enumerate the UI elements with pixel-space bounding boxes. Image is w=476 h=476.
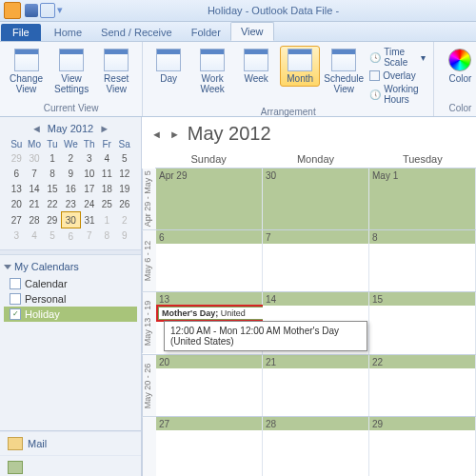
- prev-month-icon[interactable]: ◄: [31, 123, 42, 134]
- tab-folder[interactable]: Folder: [182, 24, 230, 41]
- prev-period-icon[interactable]: ◄: [151, 129, 162, 140]
- work-week-button[interactable]: WorkWeek: [192, 46, 232, 97]
- mini-day[interactable]: 21: [26, 196, 44, 212]
- mini-day[interactable]: 24: [80, 196, 98, 212]
- tab-file[interactable]: File: [1, 24, 41, 41]
- day-cell[interactable]: 13Mother's Day; United12:00 AM - Mon 12:…: [156, 292, 263, 353]
- week-label[interactable]: [142, 417, 156, 476]
- undo-icon[interactable]: [40, 3, 55, 18]
- mini-day[interactable]: 19: [115, 181, 133, 196]
- mini-day[interactable]: 6: [61, 228, 80, 245]
- day-cell[interactable]: 8: [369, 230, 476, 291]
- mini-day[interactable]: 14: [26, 181, 44, 196]
- day-cell[interactable]: May 1: [369, 169, 476, 229]
- checkbox-icon[interactable]: ✓: [10, 308, 21, 320]
- mini-day[interactable]: 11: [98, 166, 115, 181]
- week-label[interactable]: Apr 29 - May 5: [142, 169, 156, 229]
- day-cell[interactable]: 30: [263, 169, 369, 229]
- mini-day[interactable]: 6: [8, 166, 26, 181]
- month-button[interactable]: Month: [280, 46, 320, 87]
- mini-day[interactable]: 7: [26, 166, 44, 181]
- mini-day[interactable]: 29: [44, 212, 62, 228]
- mini-day[interactable]: 3: [8, 228, 26, 245]
- day-cell[interactable]: 21: [263, 355, 369, 416]
- mini-day[interactable]: 4: [98, 150, 115, 166]
- mini-calendar[interactable]: SuMoTuWeThFrSa29301234567891011121314151…: [8, 138, 133, 244]
- mini-day[interactable]: 15: [44, 181, 62, 196]
- tab-home[interactable]: Home: [45, 24, 91, 41]
- mini-day[interactable]: 31: [80, 212, 98, 228]
- qat-dropdown-icon[interactable]: ▾: [57, 4, 70, 17]
- mini-day[interactable]: 8: [98, 228, 115, 245]
- mini-day[interactable]: 4: [26, 228, 44, 245]
- mini-day[interactable]: 27: [8, 212, 26, 228]
- next-month-icon[interactable]: ►: [99, 123, 109, 134]
- calendar-item-personal[interactable]: Personal: [4, 291, 137, 307]
- mini-day[interactable]: 1: [44, 150, 62, 166]
- day-cell[interactable]: 20: [156, 355, 263, 416]
- color-wheel-icon: [448, 49, 471, 71]
- day-number: 29: [372, 419, 383, 429]
- save-icon[interactable]: [25, 4, 38, 17]
- mini-day[interactable]: 13: [8, 181, 26, 196]
- mini-day[interactable]: 30: [26, 150, 44, 166]
- working-hours-button[interactable]: 🕔Working Hours: [367, 83, 427, 106]
- mini-month-label[interactable]: May 2012: [48, 123, 93, 134]
- day-cell[interactable]: 6: [156, 230, 263, 291]
- mini-day[interactable]: 1: [98, 212, 115, 228]
- mini-day[interactable]: 28: [26, 212, 44, 228]
- day-cell[interactable]: 27: [156, 417, 263, 476]
- day-cell[interactable]: 22: [369, 355, 476, 416]
- day-cell[interactable]: Apr 29: [156, 169, 263, 229]
- next-period-icon[interactable]: ►: [169, 129, 180, 140]
- nav-calendar[interactable]: [0, 455, 141, 476]
- mini-day[interactable]: 26: [115, 196, 133, 212]
- mini-day[interactable]: 22: [44, 196, 62, 212]
- mini-day[interactable]: 29: [8, 150, 26, 166]
- mini-day[interactable]: 25: [98, 196, 115, 212]
- tab-view[interactable]: View: [230, 22, 274, 41]
- day-cell[interactable]: 28: [263, 417, 369, 476]
- week-button[interactable]: Week: [236, 46, 276, 87]
- mini-day[interactable]: 16: [61, 181, 80, 196]
- day-cell[interactable]: 29: [369, 417, 476, 476]
- mini-day[interactable]: 8: [44, 166, 62, 181]
- week-label[interactable]: May 13 - 19: [142, 292, 156, 353]
- checkbox-icon[interactable]: [10, 293, 21, 305]
- mini-day[interactable]: 30: [61, 212, 80, 228]
- mini-day[interactable]: 23: [61, 196, 80, 212]
- day-headers: SundayMondayTuesday: [155, 150, 476, 169]
- nav-mail[interactable]: Mail: [0, 431, 141, 455]
- mini-day[interactable]: 10: [80, 166, 98, 181]
- calendar-item-holiday[interactable]: ✓Holiday: [4, 307, 137, 322]
- view-settings-button[interactable]: ViewSettings: [50, 46, 92, 97]
- mini-day[interactable]: 9: [115, 228, 133, 245]
- color-button[interactable]: Color: [440, 46, 476, 87]
- schedule-view-button[interactable]: ScheduleView: [324, 46, 364, 97]
- mini-day[interactable]: 17: [80, 181, 98, 196]
- day-cell[interactable]: 15: [369, 292, 476, 353]
- calendar-item-label: Holiday: [25, 308, 60, 320]
- change-view-button[interactable]: ChangeView: [6, 46, 47, 97]
- reset-view-button[interactable]: ResetView: [96, 46, 136, 97]
- week-label[interactable]: May 20 - 26: [142, 355, 156, 416]
- mini-day[interactable]: 3: [80, 150, 98, 166]
- mini-day[interactable]: 2: [61, 150, 80, 166]
- mini-day[interactable]: 18: [98, 181, 115, 196]
- mini-day[interactable]: 20: [8, 196, 26, 212]
- day-cell[interactable]: 7: [263, 230, 369, 291]
- checkbox-icon[interactable]: [10, 278, 21, 289]
- mini-day[interactable]: 5: [115, 150, 133, 166]
- week-label[interactable]: May 6 - 12: [142, 230, 156, 291]
- time-scale-button[interactable]: 🕓Time Scale ▾: [367, 46, 427, 69]
- calendar-item-calendar[interactable]: Calendar: [4, 276, 137, 291]
- tab-send-receive[interactable]: Send / Receive: [91, 24, 182, 41]
- mini-day[interactable]: 2: [115, 212, 133, 228]
- day-button[interactable]: Day: [149, 46, 188, 87]
- mini-day[interactable]: 9: [61, 166, 80, 181]
- my-calendars-header[interactable]: My Calendars: [4, 261, 137, 272]
- mini-day[interactable]: 5: [44, 228, 62, 245]
- mini-day[interactable]: 12: [115, 166, 133, 181]
- mini-day[interactable]: 7: [80, 228, 98, 245]
- overlay-button[interactable]: Overlay: [367, 69, 427, 82]
